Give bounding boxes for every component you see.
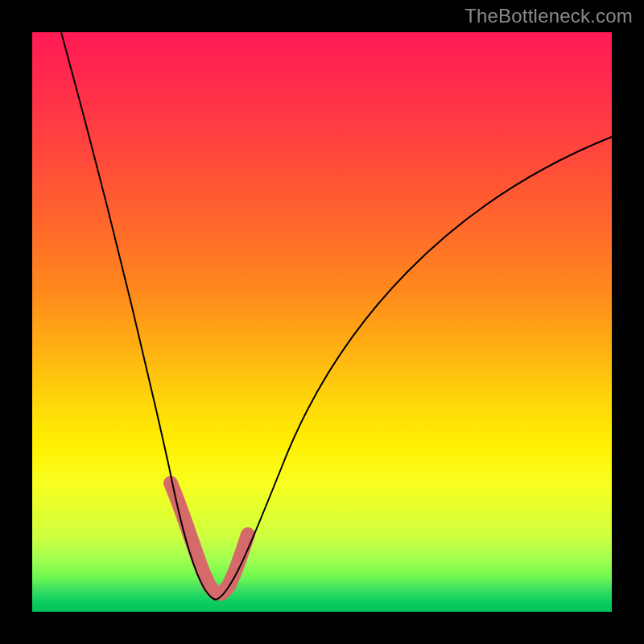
- watermark-text: TheBottleneck.com: [464, 5, 633, 27]
- main-curve: [61, 32, 612, 600]
- chart-frame: TheBottleneck.com: [0, 0, 644, 644]
- plot-area: [32, 32, 612, 612]
- highlight-segment: [171, 483, 248, 593]
- bottleneck-curve: [32, 32, 612, 612]
